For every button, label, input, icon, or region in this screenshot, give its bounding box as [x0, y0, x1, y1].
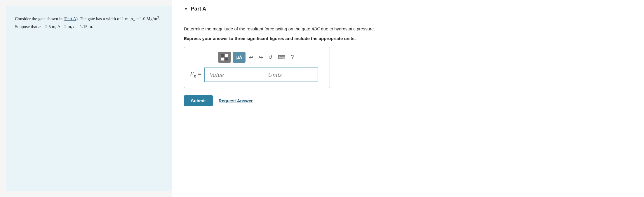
redo-button[interactable]: ↪ — [257, 53, 265, 62]
mu-symbol: μÅ — [236, 55, 242, 60]
variable-label: FR = — [190, 71, 201, 79]
grid-button[interactable] — [218, 52, 231, 63]
part-header: ▼ Part A — [184, 0, 632, 17]
refresh-button[interactable]: ↺ — [267, 53, 274, 62]
collapse-icon[interactable]: ▼ — [184, 7, 188, 11]
figure-link[interactable]: Part A — [65, 16, 76, 21]
question-text: Determine the magnitude of the resultant… — [184, 26, 632, 32]
input-row: FR = — [190, 68, 324, 82]
symbol-button[interactable]: μÅ — [233, 52, 246, 63]
submit-button[interactable]: Submit — [184, 95, 213, 106]
help-button[interactable]: ? — [289, 53, 295, 61]
units-input[interactable] — [263, 68, 318, 82]
section-divider — [184, 115, 632, 115]
part-title: Part A — [191, 6, 206, 12]
problem-text: Consider the gate shown in (Part A). The… — [15, 16, 160, 29]
answer-panel: ▼ Part A Determine the magnitude of the … — [172, 0, 644, 197]
request-answer-button[interactable]: Request Answer — [219, 98, 253, 103]
keyboard-button[interactable]: ⌨ — [276, 53, 287, 62]
answer-input-box: μÅ ↩ ↪ ↺ ⌨ ? FR = — [184, 47, 330, 88]
undo-button[interactable]: ↩ — [247, 53, 255, 62]
instruction-text: Express your answer to three significant… — [184, 36, 632, 41]
problem-statement: Consider the gate shown in (Part A). The… — [6, 6, 172, 191]
value-input[interactable] — [204, 68, 263, 82]
toolbar: μÅ ↩ ↪ ↺ ⌨ ? — [190, 52, 324, 63]
bottom-actions: Submit Request Answer — [184, 95, 632, 106]
